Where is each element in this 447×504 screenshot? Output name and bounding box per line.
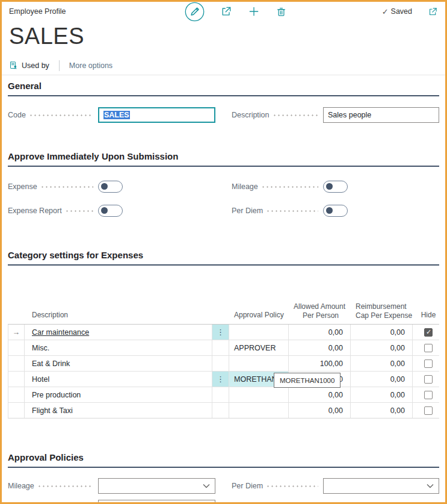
expense-toggle[interactable] bbox=[98, 181, 123, 193]
more-options-button[interactable]: More options bbox=[69, 61, 113, 70]
share-button[interactable] bbox=[220, 5, 232, 17]
leader-dots bbox=[274, 114, 318, 116]
mileage-toggle[interactable] bbox=[323, 181, 348, 193]
expense-report-policy-field: Expense Report MORETHAN1000 bbox=[8, 499, 215, 504]
header-description[interactable]: Description bbox=[25, 309, 212, 324]
per-diem-toggle-field: Per Diem bbox=[232, 202, 439, 219]
expense-categories-table: Description Approval Policy Allowed Amou… bbox=[8, 302, 439, 418]
leader-dots bbox=[66, 210, 93, 212]
mileage-toggle-field: Mileage bbox=[232, 178, 439, 194]
titlebar-actions bbox=[90, 2, 382, 22]
reimbursement-cap-cell[interactable]: 0,00 bbox=[351, 356, 413, 371]
code-label: Code bbox=[8, 111, 26, 119]
table-row[interactable]: Hotel ⋮ MORETHAN1... 0,00 0,00 bbox=[8, 371, 439, 387]
trash-icon bbox=[276, 6, 287, 17]
table-header-row: Description Approval Policy Allowed Amou… bbox=[8, 302, 439, 325]
expense-report-label: Expense Report bbox=[8, 207, 62, 215]
allowed-amount-cell[interactable]: 0,00 bbox=[289, 340, 351, 355]
used-by-button[interactable]: Used by bbox=[9, 61, 49, 70]
table-row[interactable]: → Car maintenance ⋮ 0,00 0,00 bbox=[8, 325, 439, 340]
per-diem-label: Per Diem bbox=[232, 207, 263, 215]
save-status: ✓ Saved bbox=[382, 7, 412, 16]
per-diem-policy-select[interactable] bbox=[323, 478, 439, 494]
reimbursement-cap-cell[interactable]: 0,00 bbox=[351, 403, 413, 418]
section-approve-immediately: Approve Immediately Upon Submission Expe… bbox=[8, 151, 439, 219]
approve-immediately-heading: Approve Immediately Upon Submission bbox=[8, 151, 439, 167]
save-status-label: Saved bbox=[391, 7, 412, 16]
approval-policy-cell[interactable] bbox=[229, 403, 289, 418]
allowed-amount-cell[interactable]: 100,00 bbox=[289, 356, 351, 371]
row-options-button[interactable]: ⋮ bbox=[212, 372, 229, 387]
edit-button[interactable] bbox=[185, 2, 205, 22]
category-cell[interactable]: Hotel bbox=[25, 372, 212, 387]
plus-icon bbox=[248, 5, 260, 17]
allowed-amount-cell[interactable]: 0,00 bbox=[289, 403, 351, 418]
reimbursement-cap-cell[interactable]: 0,00 bbox=[351, 325, 413, 340]
expense-report-toggle[interactable] bbox=[98, 205, 123, 217]
approval-policy-cell[interactable] bbox=[229, 325, 289, 340]
table-row[interactable]: Pre production 0,00 0,00 bbox=[8, 387, 439, 402]
toggle-knob bbox=[326, 183, 333, 190]
approval-policy-cell[interactable] bbox=[229, 387, 289, 402]
description-input[interactable]: Sales people bbox=[323, 107, 439, 123]
mileage-label: Mileage bbox=[232, 182, 258, 191]
header-hide[interactable]: Hide bbox=[413, 309, 444, 324]
category-link[interactable]: Car maintenance bbox=[32, 328, 89, 337]
table-row[interactable]: Flight & Taxi 0,00 0,00 bbox=[8, 402, 439, 418]
context-label: Employee Profile bbox=[9, 7, 66, 16]
section-approval-policies: Approval Policies Mileage Per Diem bbox=[8, 452, 439, 504]
allowed-amount-cell[interactable]: 0,00 bbox=[289, 325, 351, 340]
table-row[interactable]: Misc. APPROVER 0,00 0,00 bbox=[8, 340, 439, 355]
used-by-icon bbox=[9, 61, 18, 70]
employee-profile-window: Employee Profile bbox=[0, 0, 447, 504]
expense-label: Expense bbox=[8, 182, 37, 191]
hide-checkbox[interactable] bbox=[424, 328, 433, 337]
header-reimbursement-cap[interactable]: Reimbursement Cap Per Expense bbox=[351, 302, 413, 324]
expense-report-policy-select[interactable]: MORETHAN1000 bbox=[98, 500, 215, 504]
used-by-label: Used by bbox=[22, 61, 49, 70]
reimbursement-cap-cell[interactable]: 0,00 bbox=[351, 387, 413, 402]
category-cell[interactable]: Misc. bbox=[25, 340, 212, 355]
mileage-policy-field: Mileage bbox=[8, 478, 215, 494]
toggle-knob bbox=[101, 183, 108, 190]
hide-checkbox[interactable] bbox=[424, 406, 433, 415]
new-button[interactable] bbox=[248, 5, 260, 17]
hide-checkbox[interactable] bbox=[424, 391, 433, 399]
description-field: Description Sales people bbox=[232, 107, 439, 123]
code-input[interactable]: SALES bbox=[98, 107, 215, 123]
pencil-icon bbox=[185, 2, 205, 22]
popout-button[interactable] bbox=[428, 7, 438, 17]
reimbursement-cap-cell[interactable]: 0,00 bbox=[351, 372, 413, 387]
per-diem-policy-label: Per Diem bbox=[232, 482, 263, 490]
approval-policy-cell[interactable]: APPROVER bbox=[229, 340, 289, 355]
category-cell[interactable]: Eat & Drink bbox=[25, 356, 212, 371]
expense-report-toggle-field: Expense Report bbox=[8, 202, 215, 219]
header-allowed-amount[interactable]: Allowed Amount Per Person bbox=[289, 302, 351, 324]
leader-dots bbox=[267, 485, 318, 487]
hide-checkbox[interactable] bbox=[424, 375, 433, 384]
leader-dots bbox=[267, 210, 318, 212]
page-title: SALES bbox=[9, 22, 438, 50]
table-row[interactable]: Eat & Drink 100,00 0,00 bbox=[8, 355, 439, 371]
leader-dots bbox=[30, 114, 93, 116]
delete-button[interactable] bbox=[276, 6, 287, 17]
general-heading: General bbox=[8, 81, 439, 96]
hide-checkbox[interactable] bbox=[424, 359, 433, 368]
category-cell[interactable]: Pre production bbox=[25, 387, 212, 402]
category-cell[interactable]: Flight & Taxi bbox=[25, 403, 212, 418]
check-icon: ✓ bbox=[382, 7, 389, 16]
mileage-policy-select[interactable] bbox=[98, 478, 215, 494]
hide-checkbox[interactable] bbox=[424, 344, 433, 352]
approval-policy-cell[interactable] bbox=[229, 356, 289, 371]
allowed-amount-cell[interactable]: 0,00 bbox=[289, 387, 351, 402]
row-options-button[interactable]: ⋮ bbox=[212, 325, 229, 340]
code-field: Code SALES bbox=[8, 107, 215, 123]
header-approval-policy[interactable]: Approval Policy bbox=[229, 309, 289, 324]
expense-toggle-field: Expense bbox=[8, 178, 215, 194]
toggle-knob bbox=[101, 207, 108, 214]
popout-icon bbox=[428, 7, 438, 17]
section-category-settings: Category settings for Expenses Descripti… bbox=[8, 250, 439, 418]
row-selected-arrow-icon: → bbox=[8, 325, 25, 340]
reimbursement-cap-cell[interactable]: 0,00 bbox=[351, 340, 413, 355]
per-diem-toggle[interactable] bbox=[323, 205, 348, 217]
